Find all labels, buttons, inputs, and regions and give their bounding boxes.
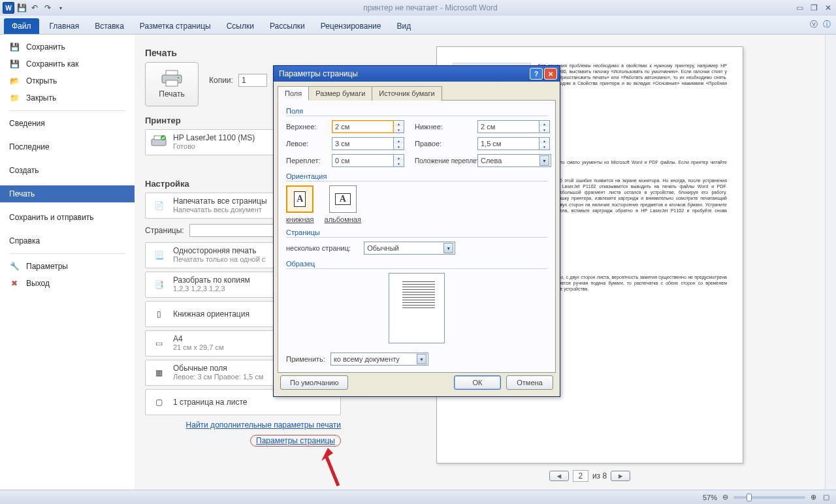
gutter-label: Переплет: (286, 157, 332, 165)
page-setup-dialog: Параметры страницы ? ✕ Поля Размер бумаг… (273, 65, 560, 397)
close-icon[interactable]: ✕ (823, 3, 833, 12)
save-icon[interactable]: 💾 (16, 2, 27, 14)
scrollbar[interactable] (825, 35, 836, 490)
qat-dropdown-icon[interactable]: ▾ (55, 2, 67, 14)
margins-icon: ▦ (150, 364, 168, 382)
dialog-close-icon[interactable]: ✕ (544, 68, 557, 80)
close-file-icon: 📁 (9, 93, 20, 103)
tab-home[interactable]: Главная (42, 18, 88, 34)
left-input[interactable]: 3 см (332, 137, 394, 150)
word-icon: W (3, 2, 14, 14)
nav-save[interactable]: 💾Сохранить (0, 39, 135, 55)
portrait-icon: ▯ (150, 305, 168, 323)
find-printer-link[interactable]: Найти дополнительные параметры печати (186, 420, 341, 430)
quick-access-toolbar: W 💾 ↶ ↷ ▾ (3, 2, 67, 14)
gutter-input[interactable]: 0 см (332, 154, 394, 167)
chevron-down-icon: ▼ (417, 354, 426, 364)
dialog-help-icon[interactable]: ? (530, 68, 543, 80)
tab-mailings[interactable]: Рассылки (262, 18, 313, 34)
pages-icon: 📄 (150, 197, 168, 215)
nav-help[interactable]: Справка (0, 232, 135, 249)
nav-share[interactable]: Сохранить и отправить (0, 209, 135, 226)
bottom-spinner[interactable]: ▲▼ (539, 120, 550, 133)
margins-legend: Поля (286, 107, 547, 116)
current-page-input[interactable]: 2 (573, 470, 588, 482)
apply-to-select[interactable]: ко всему документу▼ (330, 353, 428, 366)
one-side-icon: 📃 (150, 246, 168, 264)
zoom-slider[interactable] (733, 496, 805, 499)
bottom-label: Нижнее: (406, 123, 477, 131)
multi-pages-select[interactable]: Обычный▼ (364, 242, 455, 255)
undo-icon[interactable]: ↶ (29, 2, 40, 14)
tab-references[interactable]: Ссылки (219, 18, 262, 34)
cancel-button[interactable]: Отмена (506, 375, 553, 390)
tab-insert[interactable]: Вставка (87, 18, 132, 34)
chevron-down-icon: ▼ (443, 243, 453, 253)
next-page-button[interactable]: ► (611, 471, 630, 481)
minimize-ribbon-icon[interactable]: ⓥ (810, 19, 818, 30)
orientation-legend: Ориентация (286, 172, 547, 181)
one-page-icon: ▢ (150, 393, 168, 411)
print-heading: Печать (145, 48, 341, 58)
collate-icon: 📑 (150, 276, 168, 294)
dialog-titlebar[interactable]: Параметры страницы ? ✕ (274, 66, 560, 82)
ok-button[interactable]: ОК (454, 375, 501, 390)
tab-view[interactable]: Вид (389, 18, 419, 34)
status-bar: 57% ⊖ ⊕ ▢ (0, 490, 836, 504)
printer-ready-icon (150, 133, 168, 151)
svg-rect-2 (166, 80, 178, 86)
nav-save-as[interactable]: 💾Сохранить как (0, 55, 135, 72)
top-spinner[interactable]: ▲▼ (394, 120, 404, 133)
redo-icon[interactable]: ↷ (42, 2, 54, 14)
window-title: принтер не печатает - Microsoft Word (67, 3, 794, 12)
help-icon[interactable]: ⓘ (823, 19, 831, 30)
left-spinner[interactable]: ▲▼ (394, 137, 404, 150)
svg-point-6 (161, 135, 166, 140)
dialog-title: Параметры страницы (279, 69, 530, 78)
tab-margins[interactable]: Поля (278, 86, 309, 101)
landscape-option[interactable]: A альбомная (325, 185, 361, 223)
portrait-option[interactable]: A книжная (286, 185, 314, 223)
minimize-icon[interactable]: ▭ (794, 3, 805, 12)
open-icon: 📂 (9, 76, 20, 86)
copies-label: Копии: (209, 76, 233, 85)
default-button[interactable]: По умолчанию (280, 375, 348, 390)
nav-options[interactable]: 🔧Параметры (0, 258, 135, 275)
fit-page-button[interactable]: ▢ (823, 493, 829, 501)
nav-open[interactable]: 📂Открыть (0, 72, 135, 89)
save-as-icon: 💾 (9, 59, 20, 69)
gutter-spinner[interactable]: ▲▼ (394, 154, 404, 167)
chevron-down-icon: ▼ (539, 155, 549, 166)
right-input[interactable]: 1,5 см (477, 137, 539, 150)
zoom-value: 57% (703, 494, 717, 501)
copies-input[interactable]: 1 (238, 74, 267, 87)
tab-paper-size[interactable]: Размер бумаги (308, 86, 372, 101)
nav-recent[interactable]: Последние (0, 138, 135, 155)
nav-info[interactable]: Сведения (0, 115, 135, 132)
prev-page-button[interactable]: ◄ (549, 471, 569, 481)
tab-review[interactable]: Рецензирование (313, 18, 389, 34)
right-label: Правое: (406, 140, 477, 148)
page-setup-link[interactable]: Параметры страницы (256, 436, 335, 445)
tab-layout[interactable]: Разметка страницы (132, 18, 219, 34)
svg-line-9 (327, 457, 338, 486)
zoom-out-button[interactable]: ⊖ (722, 493, 728, 501)
right-spinner[interactable]: ▲▼ (539, 137, 550, 150)
restore-icon[interactable]: ❐ (809, 3, 819, 12)
multi-pages-label: несколько страниц: (286, 244, 351, 252)
nav-print[interactable]: Печать (0, 185, 135, 202)
top-input[interactable]: 2 см (332, 120, 394, 133)
exit-icon: ✖ (9, 278, 20, 289)
nav-close[interactable]: 📁Закрыть (0, 89, 135, 106)
nav-exit[interactable]: ✖Выход (0, 275, 135, 292)
gutter-pos-select[interactable]: Слева▼ (477, 154, 551, 167)
annotation-arrow-icon (319, 448, 345, 487)
nav-new[interactable]: Создать (0, 162, 135, 179)
tab-file[interactable]: Файл (4, 18, 39, 34)
print-button[interactable]: Печать (145, 62, 199, 106)
bottom-input[interactable]: 2 см (477, 120, 539, 133)
page-navigator: ◄ 2 из 8 ► (549, 470, 630, 482)
tab-paper-source[interactable]: Источник бумаги (372, 86, 442, 101)
sample-preview (389, 273, 445, 343)
zoom-in-button[interactable]: ⊕ (811, 493, 816, 501)
